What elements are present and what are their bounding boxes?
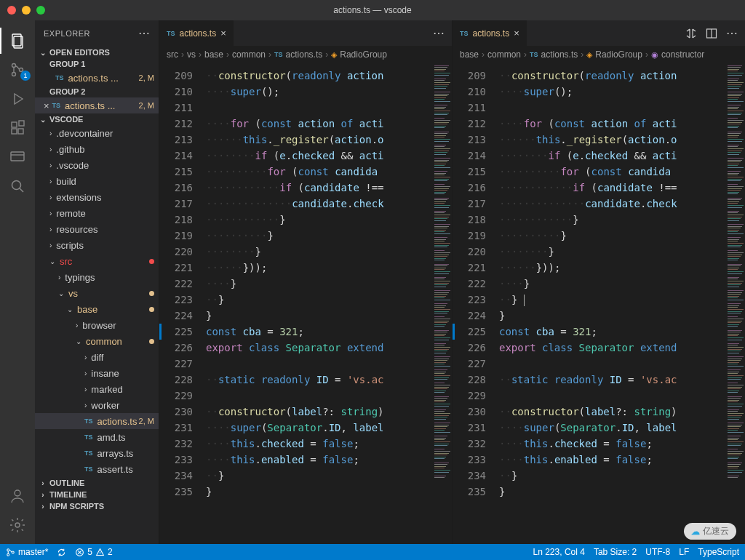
- chevron-right-icon: ›: [49, 241, 52, 249]
- breadcrumb-item[interactable]: TSactions.ts: [274, 49, 322, 60]
- tab-close-icon[interactable]: ×: [220, 28, 226, 39]
- section-outline[interactable]: › OUTLINE: [35, 477, 159, 489]
- code-content[interactable]: ··constructor(readonly action ····super(…: [499, 63, 725, 544]
- breadcrumb-item[interactable]: src: [167, 49, 178, 60]
- folder-item[interactable]: ›extensions: [35, 189, 159, 205]
- folder-item[interactable]: ›build: [35, 173, 159, 189]
- file-item[interactable]: TSactions.ts2, M: [35, 413, 159, 429]
- status-encoding[interactable]: UTF-8: [645, 547, 670, 557]
- file-item[interactable]: TSamd.ts: [35, 429, 159, 445]
- breadcrumb-item[interactable]: ◈RadioGroup: [331, 49, 387, 60]
- explorer-icon[interactable]: [0, 26, 35, 55]
- account-icon[interactable]: [0, 481, 35, 511]
- editor-more-icon[interactable]: ⋯: [726, 28, 738, 39]
- file-item[interactable]: TSassert.ts: [35, 461, 159, 477]
- breadcrumb[interactable]: src›vs›base›common›TSactions.ts›◈RadioGr…: [159, 46, 452, 63]
- folder-item[interactable]: ›resources: [35, 221, 159, 237]
- status-lang[interactable]: TypeScript: [698, 547, 739, 557]
- breadcrumb[interactable]: base›common›TSactions.ts›◈RadioGroup›◉co…: [453, 46, 745, 63]
- scm-badge: 1: [20, 71, 31, 81]
- folder-item[interactable]: ›.devcontainer: [35, 125, 159, 141]
- open-editor-item[interactable]: TS actions.ts ... 2, M: [35, 70, 159, 86]
- chevron-right-icon: ›: [49, 209, 52, 217]
- folder-item[interactable]: ›diff: [35, 349, 159, 365]
- explorer-tree[interactable]: ⌄ OPEN EDITORS GROUP 1 TS actions.ts ...…: [35, 47, 159, 544]
- section-workspace[interactable]: ⌄ VSCODE: [35, 113, 159, 125]
- chevron-down-icon: ⌄: [76, 337, 81, 345]
- explorer-more-icon[interactable]: ⋯: [138, 28, 151, 39]
- folder-item[interactable]: ⌄vs: [35, 285, 159, 301]
- folder-name: base: [77, 304, 149, 315]
- chevron-down-icon: ⌄: [58, 289, 64, 297]
- folder-item[interactable]: ⌄base: [35, 301, 159, 317]
- split-icon[interactable]: [706, 28, 717, 39]
- section-timeline[interactable]: › TIMELINE: [35, 489, 159, 500]
- code-editor[interactable]: 209 210 211 212 213 214 215 216 217 218 …: [453, 63, 745, 544]
- settings-gear-icon[interactable]: [0, 511, 35, 540]
- folder-item[interactable]: ›insane: [35, 365, 159, 381]
- file-item[interactable]: TSarrays.ts: [35, 445, 159, 461]
- chevron-right-icon: ›: [58, 273, 60, 281]
- folder-item[interactable]: ⌄src: [35, 253, 159, 269]
- watermark-text: 亿速云: [703, 525, 729, 537]
- file-name: amd.ts: [97, 432, 154, 443]
- folder-item[interactable]: ›remote: [35, 205, 159, 221]
- status-cursor[interactable]: Ln 223, Col 4: [533, 547, 585, 557]
- remote-icon[interactable]: [0, 143, 35, 172]
- breadcrumb-item[interactable]: base: [204, 49, 223, 60]
- close-icon[interactable]: ×: [44, 100, 49, 111]
- compare-icon[interactable]: [685, 28, 697, 39]
- breadcrumb-item[interactable]: vs: [187, 49, 196, 60]
- explorer-sidebar: EXPLORER ⋯ ⌄ OPEN EDITORS GROUP 1 TS act…: [35, 20, 159, 544]
- folder-item[interactable]: ›scripts: [35, 237, 159, 253]
- ts-file-icon: TS: [84, 433, 93, 441]
- folder-item[interactable]: ›.github: [35, 141, 159, 157]
- minimap[interactable]: [433, 63, 452, 544]
- svg-point-2: [12, 64, 16, 68]
- minimap[interactable]: [726, 63, 745, 544]
- scm-icon[interactable]: 1: [0, 55, 35, 84]
- breadcrumb-item[interactable]: TSactions.ts: [530, 49, 578, 60]
- editor-more-icon[interactable]: ⋯: [433, 28, 445, 39]
- debug-icon[interactable]: [0, 84, 35, 113]
- tab-actions[interactable]: TS actions.ts ×: [453, 20, 527, 46]
- folder-item[interactable]: ›browser: [35, 317, 159, 333]
- ts-file-icon: TS: [460, 30, 469, 37]
- folder-item[interactable]: ›marked: [35, 381, 159, 397]
- open-editor-item[interactable]: × TS actions.ts ... 2, M: [35, 97, 159, 113]
- svg-rect-7: [12, 129, 17, 134]
- scm-badge: 2, M: [139, 417, 154, 425]
- chevron-right-icon: ›: [49, 129, 52, 137]
- chevron-right-icon: ›: [49, 225, 52, 233]
- status-dot-icon: [149, 259, 154, 264]
- activity-bar: 1: [0, 20, 35, 544]
- file-name: actions.ts ...: [65, 100, 138, 111]
- line-gutter: 209 210 211 212 213 214 215 216 217 218 …: [159, 63, 203, 544]
- code-editor[interactable]: 209 210 211 212 213 214 215 216 217 218 …: [159, 63, 452, 544]
- folder-item[interactable]: ⌄common: [35, 333, 159, 349]
- breadcrumb-item[interactable]: ◈RadioGroup: [586, 49, 642, 60]
- section-npm[interactable]: › NPM SCRIPTS: [35, 500, 159, 512]
- status-eol[interactable]: LF: [679, 547, 689, 557]
- breadcrumb-item[interactable]: common: [487, 49, 521, 60]
- breadcrumb-item[interactable]: common: [232, 49, 266, 60]
- svg-rect-8: [18, 129, 23, 134]
- breadcrumb-item[interactable]: ◉constructor: [651, 49, 704, 60]
- breadcrumb-item[interactable]: base: [460, 49, 479, 60]
- code-content[interactable]: ··constructor(readonly action ····super(…: [206, 63, 431, 544]
- search-icon[interactable]: [0, 172, 35, 201]
- folder-item[interactable]: ›worker: [35, 397, 159, 413]
- folder-item[interactable]: ›.vscode: [35, 157, 159, 173]
- ts-file-icon: TS: [167, 30, 175, 37]
- chevron-right-icon: ›: [84, 385, 87, 393]
- tab-actions[interactable]: TS actions.ts ×: [159, 20, 234, 46]
- status-branch[interactable]: master*: [6, 547, 48, 557]
- status-problems[interactable]: 5 2: [75, 547, 112, 557]
- group-1-label: GROUP 1: [35, 58, 159, 70]
- folder-item[interactable]: ›typings: [35, 269, 159, 285]
- status-sync[interactable]: [57, 548, 66, 557]
- section-open-editors[interactable]: ⌄ OPEN EDITORS: [35, 47, 159, 58]
- status-tabsize[interactable]: Tab Size: 2: [594, 547, 637, 557]
- tab-close-icon[interactable]: ×: [514, 28, 519, 39]
- extensions-icon[interactable]: [0, 113, 35, 143]
